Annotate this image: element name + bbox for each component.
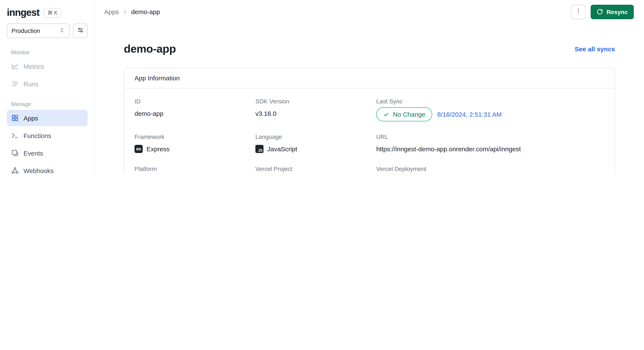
field-platform: Platform Render	[134, 165, 248, 175]
sidebar-nav: Monitor Metrics Runs Manage Apps	[0, 42, 94, 175]
javascript-logo-icon: JS	[256, 145, 264, 153]
command-k-shortcut-badge[interactable]: ⌘ K	[44, 8, 61, 17]
sidebar-item-functions[interactable]: Functions	[7, 127, 88, 144]
sidebar-item-events[interactable]: Events	[7, 145, 88, 161]
inngest-logo: inngest	[7, 7, 39, 18]
sidebar-item-webhooks[interactable]: Webhooks	[7, 162, 88, 175]
field-label: URL	[376, 133, 604, 140]
breadcrumb-apps[interactable]: Apps	[104, 8, 119, 15]
field-last-sync: Last Sync No Change 8/16/2024, 2:51:31 A…	[376, 98, 604, 121]
section-label-manage: Manage	[11, 101, 88, 107]
runs-list-icon	[11, 80, 19, 88]
environment-selector[interactable]: Production	[7, 24, 70, 38]
main-area: Apps demo-app Resync	[95, 0, 644, 175]
app-information-title: App Information	[124, 68, 614, 89]
sidebar-item-label: Functions	[24, 132, 51, 139]
sidebar-item-metrics[interactable]: Metrics	[7, 58, 88, 74]
field-value: demo-app	[134, 109, 248, 118]
events-icon	[11, 149, 19, 157]
sidebar-item-label: Runs	[24, 80, 38, 87]
top-bar: Apps demo-app Resync	[95, 0, 644, 24]
field-sdk-version: SDK Version v3.16.0	[256, 98, 370, 121]
app-window: inngest ⌘ K Production Monitor	[0, 0, 644, 175]
last-sync-timestamp-link[interactable]: 8/16/2024, 2:51:31 AM	[437, 111, 502, 118]
field-framework: Framework ex Express	[134, 133, 248, 153]
chevron-up-down-icon	[59, 27, 65, 35]
kebab-menu-icon	[575, 8, 582, 16]
more-options-button[interactable]	[571, 5, 586, 19]
field-value: JavaScript	[267, 145, 297, 152]
field-label: Language	[256, 133, 370, 140]
express-logo-icon: ex	[134, 145, 143, 153]
sidebar: inngest ⌘ K Production Monitor	[0, 0, 95, 175]
app-url-value: https://inngest-demo-app.onrender.com/ap…	[376, 144, 604, 153]
field-language: Language JS JavaScript	[256, 133, 370, 153]
field-label: Vercel Deployment	[376, 165, 604, 172]
webhook-icon	[11, 167, 19, 174]
environment-selector-value: Production	[12, 27, 40, 34]
field-vercel-project: Vercel Project -	[256, 165, 370, 175]
refresh-icon	[596, 9, 603, 15]
see-all-syncs-link[interactable]: See all syncs	[575, 45, 615, 53]
sidebar-item-label: Events	[24, 149, 43, 157]
chevron-right-icon	[122, 9, 128, 15]
field-value: Express	[146, 145, 170, 152]
field-label: ID	[134, 98, 248, 105]
app-information-card: App Information ID demo-app SDK Version …	[124, 68, 615, 175]
check-icon	[383, 111, 389, 117]
section-label-monitor: Monitor	[11, 49, 88, 56]
field-label: SDK Version	[256, 98, 370, 105]
breadcrumb: Apps demo-app	[104, 8, 160, 15]
environment-settings-button[interactable]	[73, 24, 88, 38]
sidebar-item-apps[interactable]: Apps	[7, 110, 88, 126]
field-url: URL https://inngest-demo-app.onrender.co…	[376, 133, 604, 153]
apps-grid-icon	[11, 114, 19, 122]
page-content: demo-app See all syncs App Information I…	[95, 24, 644, 175]
field-value: v3.16.0	[256, 109, 370, 118]
field-label: Vercel Project	[256, 165, 370, 172]
sidebar-item-label: Metrics	[24, 63, 44, 70]
sidebar-item-label: Webhooks	[24, 167, 54, 174]
resync-button-label: Resync	[606, 8, 628, 15]
sidebar-item-runs[interactable]: Runs	[7, 76, 88, 92]
field-label: Platform	[134, 165, 248, 172]
chart-line-icon	[11, 62, 19, 70]
field-id: ID demo-app	[134, 98, 248, 121]
no-change-status-badge: No Change	[376, 107, 432, 121]
no-change-label: No Change	[393, 111, 425, 118]
functions-icon	[11, 132, 19, 139]
resync-button[interactable]: Resync	[590, 5, 634, 19]
page-title: demo-app	[124, 42, 176, 56]
field-label: Framework	[134, 133, 248, 140]
field-label: Last Sync	[376, 98, 604, 105]
field-vercel-deployment: Vercel Deployment -	[376, 165, 604, 175]
sliders-icon	[77, 26, 84, 35]
breadcrumb-current: demo-app	[131, 8, 160, 15]
sidebar-item-label: Apps	[24, 114, 38, 122]
